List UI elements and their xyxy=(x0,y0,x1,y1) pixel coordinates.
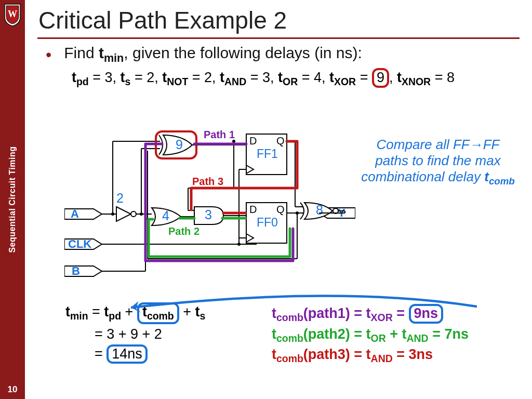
ff1-box: D Q FF1 xyxy=(246,134,287,175)
sidebar: W Sequential Circuit Timing 10 xyxy=(0,0,25,399)
tmin-result: 14ns xyxy=(107,344,148,364)
svg-text:CLK: CLK xyxy=(68,237,91,250)
port-b: B xyxy=(64,264,102,277)
path3-label: Path 3 xyxy=(192,176,223,187)
circuit-diagram: A CLK B Y 2 xyxy=(64,130,355,296)
svg-text:W: W xyxy=(8,9,17,19)
path-results: tcomb(path1) = tXOR = 9ns tcomb(path2) =… xyxy=(272,304,469,366)
ff0-box: D Q FF0 xyxy=(246,203,287,243)
svg-text:D: D xyxy=(249,204,257,215)
tmin-numeric: = 3 + 9 + 2 xyxy=(95,326,205,342)
not-delay-label: 2 xyxy=(116,191,124,205)
svg-text:Q: Q xyxy=(276,135,285,147)
bullet-icon: • xyxy=(46,46,51,63)
xor-delay-label: 9 xyxy=(176,137,183,152)
and-delay-label: 3 xyxy=(205,207,212,222)
tmin-sub: min xyxy=(104,51,124,64)
svg-text:B: B xyxy=(72,264,80,277)
slide-number: 10 xyxy=(0,384,25,395)
port-a: A xyxy=(64,207,102,220)
not-gate xyxy=(116,207,136,221)
svg-text:FF0: FF0 xyxy=(257,216,278,229)
svg-point-13 xyxy=(131,211,136,217)
val-txor-highlight: 9 xyxy=(372,68,389,88)
xnor-delay-label: 8 xyxy=(316,203,323,217)
hint-l1: Compare all FF→FF xyxy=(377,137,500,152)
delays-line: tpd = 3, ts = 2, tNOT = 2, tAND = 3, tOR… xyxy=(72,68,532,88)
svg-text:Q: Q xyxy=(276,204,285,215)
svg-point-46 xyxy=(237,243,241,246)
hint-l2: paths to find the max xyxy=(375,153,500,168)
path1-label: Path 1 xyxy=(204,130,235,140)
val-tnot: 2 xyxy=(204,70,212,85)
val-tand: 3 xyxy=(262,70,270,85)
val-ts: 2 xyxy=(147,70,154,85)
or-delay-label: 4 xyxy=(162,208,169,223)
path2-label: Path 2 xyxy=(168,225,200,237)
svg-text:A: A xyxy=(71,207,79,220)
slide-content: Critical Path Example 2 • Find tmin, giv… xyxy=(25,0,532,399)
prompt-pre: Find xyxy=(64,44,99,61)
university-crest-icon: W xyxy=(3,3,22,27)
val-txnor: 8 xyxy=(447,70,455,85)
port-clk: CLK xyxy=(64,237,102,250)
bullet-prompt: • Find tmin, given the following delays … xyxy=(46,44,532,65)
title-divider xyxy=(37,37,520,39)
tmin-var: t xyxy=(99,44,104,61)
page-title: Critical Path Example 2 xyxy=(38,6,532,34)
prompt-post: , given the following delays (in ns): xyxy=(124,44,362,61)
val-tor: 4 xyxy=(314,70,322,85)
hint-text: Compare all FF→FF paths to find the max … xyxy=(352,137,524,187)
sidebar-title: Sequential Circuit Timing xyxy=(8,146,17,252)
hint-l3a: combinational delay xyxy=(361,169,484,184)
svg-text:FF1: FF1 xyxy=(257,147,278,161)
hint-var: t xyxy=(484,169,489,184)
val-tpd: 3 xyxy=(105,70,113,85)
path1-result: 9ns xyxy=(409,304,444,324)
hint-sub: comb xyxy=(489,176,515,187)
svg-text:D: D xyxy=(249,135,257,147)
